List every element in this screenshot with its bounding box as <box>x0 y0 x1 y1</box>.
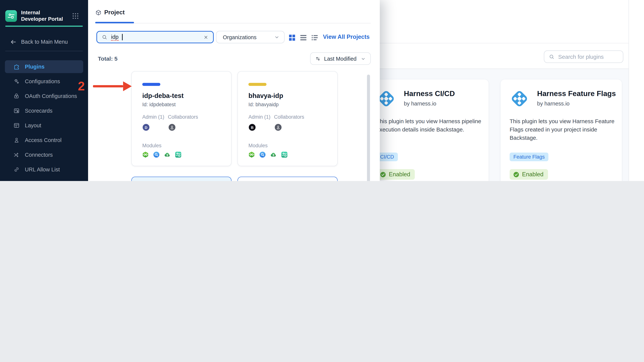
plugin-icon <box>13 63 20 70</box>
plugin-card-harness-cicd[interactable]: Harness CI/CD by harness.io This plugin … <box>367 80 488 181</box>
app-grid-icon[interactable] <box>72 13 79 20</box>
observability-icon <box>259 151 266 158</box>
plugin-search-placeholder: Search for plugins <box>558 54 604 60</box>
plugin-description: This plugin lets you view Harness pipeli… <box>376 117 482 134</box>
plugin-author: by harness.io <box>537 101 570 107</box>
annotation-arrow-2 <box>93 85 123 87</box>
sidebar-item-label: Configurations <box>25 78 60 84</box>
idp-icon <box>281 151 288 158</box>
clear-search-icon[interactable] <box>203 35 208 40</box>
person-icon <box>169 125 175 130</box>
list-view-icon[interactable] <box>300 34 307 42</box>
sidebar-item-label: URL Allow List <box>25 167 60 173</box>
harness-logo-icon <box>509 89 530 109</box>
project-search-input[interactable]: idp <box>96 31 214 43</box>
project-picker-modal: Project idp Organizations View All Proje… <box>88 0 380 181</box>
card-accent-bar <box>248 83 266 86</box>
sidebar-item-label: Scorecards <box>25 108 52 114</box>
project-id: Id: idpdebatest <box>142 102 176 107</box>
devops-icon <box>142 151 149 158</box>
project-card-projct-idp[interactable]: projct-idp Id: projctidp Admin (1) Colla… <box>131 177 232 181</box>
chevron-down-icon <box>274 34 280 40</box>
app-title: Internal Developer Portal <box>21 10 66 22</box>
back-to-main-menu-label: Back to Main Menu <box>21 39 68 45</box>
link-icon <box>13 166 20 173</box>
project-name: idp-deba-test <box>142 92 184 100</box>
project-card-bhavya-idp[interactable]: bhavya-idp Id: bhavyaidp Admin (1) Colla… <box>238 71 338 166</box>
search-icon <box>102 34 108 40</box>
sidebar-item-layout[interactable]: Layout <box>5 119 83 132</box>
person-icon <box>13 137 20 144</box>
layout-icon <box>13 122 20 129</box>
scorecard-icon <box>13 107 20 114</box>
collaborators-label: Collaborators <box>168 114 198 120</box>
sidebar-item-label: Connectors <box>25 152 53 158</box>
collaborator-avatar <box>274 123 282 131</box>
organizations-dropdown[interactable]: Organizations <box>216 31 284 43</box>
back-arrow-icon <box>10 38 17 45</box>
tab-project[interactable]: Project <box>95 9 125 16</box>
cloud-costs-icon: $ <box>164 151 171 158</box>
grid-view-icon[interactable] <box>288 34 296 42</box>
card-accent-bar <box>142 83 160 86</box>
person-icon <box>276 125 281 130</box>
sidebar-item-label: Plugins <box>25 64 44 70</box>
sort-dropdown[interactable]: Last Modified <box>310 52 371 65</box>
project-card-idp-deba-test[interactable]: idp-deba-test Id: idpdebatest Admin (1) … <box>131 71 232 166</box>
sidebar-item-label: Layout <box>25 122 41 128</box>
admin-avatar: D <box>142 123 150 131</box>
right-rail: AIDA <box>628 0 644 181</box>
observability-icon <box>153 151 160 158</box>
project-search-value: idp <box>111 34 118 41</box>
plugin-name: Harness CI/CD <box>404 89 455 98</box>
sidebar-item-access-control[interactable]: Access Control <box>5 134 83 147</box>
sidebar-item-plugins[interactable]: Plugins <box>5 60 83 73</box>
check-circle-icon <box>513 171 520 178</box>
annotation-number-2: 2 <box>78 79 85 93</box>
tab-label: Project <box>104 9 125 16</box>
status-badge: Enabled <box>510 169 548 180</box>
active-tab-indicator <box>95 22 134 23</box>
plugins-grid: Harness CI/CD by harness.io This plugin … <box>380 69 628 181</box>
check-circle-icon <box>380 171 386 178</box>
plugin-card-harness-feature-flags[interactable]: Harness Feature Flags by harness.io This… <box>500 80 622 181</box>
module-icons: $ <box>248 151 288 158</box>
plugin-search-input[interactable]: Search for plugins <box>544 51 623 63</box>
detail-list-view-icon[interactable] <box>311 34 318 42</box>
cloud-costs-icon: $ <box>270 151 277 158</box>
sidebar-item-label: Access Control <box>25 137 62 143</box>
sort-icon <box>315 56 321 62</box>
sidebar-item-url-allow-list[interactable]: URL Allow List <box>5 163 83 176</box>
idp-icon <box>175 151 182 158</box>
module-icons: $ <box>142 151 182 158</box>
text-caret <box>122 34 122 40</box>
organizations-value: Organizations <box>223 34 256 40</box>
sort-value: Last Modified <box>324 56 357 62</box>
cube-icon <box>95 9 102 16</box>
project-id: Id: bhavyaidp <box>248 102 279 107</box>
sidebar: Internal Developer Portal Back to Main M… <box>0 0 88 181</box>
sidebar-item-scorecards[interactable]: Scorecards <box>5 104 83 117</box>
admin-avatar: B <box>248 123 256 131</box>
divider <box>380 43 628 43</box>
modal-scrollbar[interactable] <box>367 75 370 181</box>
sidebar-item-oauth-configurations[interactable]: OAuth Configurations <box>5 90 83 103</box>
divider <box>95 23 371 23</box>
back-to-main-menu[interactable]: Back to Main Menu <box>10 38 81 46</box>
modules-label: Modules <box>248 143 268 148</box>
modules-label: Modules <box>142 143 162 148</box>
svg-text:$: $ <box>166 153 168 157</box>
chevron-down-icon <box>360 56 366 61</box>
sidebar-item-connectors[interactable]: Connectors <box>5 148 83 161</box>
collaborator-avatar <box>168 123 176 131</box>
search-icon <box>549 54 555 60</box>
sidebar-item-configurations[interactable]: Configurations <box>5 75 83 88</box>
plugin-name: Harness Feature Flags <box>537 89 616 98</box>
svg-text:$: $ <box>273 153 274 157</box>
app-logo-icon <box>5 10 17 22</box>
plugin-description: This plugin lets you view Harness Featur… <box>510 117 616 142</box>
project-card-idp-test[interactable]: IDP-Test Id: IDPTest Admin (1) Collabora… <box>238 177 338 181</box>
collaborators-label: Collaborators <box>274 114 304 120</box>
plugins-page-background: Search for plugins Harness CI/CD by harn… <box>380 0 628 181</box>
view-all-projects-link[interactable]: View All Projects <box>323 34 370 40</box>
